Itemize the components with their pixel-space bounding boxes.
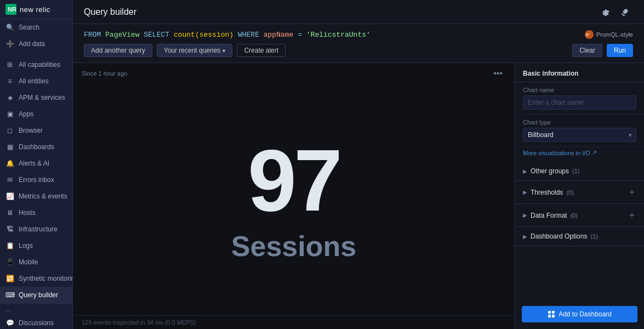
sidebar-item-query-builder[interactable]: ⌨ Query builder — [0, 287, 72, 303]
external-link-icon: ↗ — [592, 149, 597, 156]
section-label: Other groups — [531, 167, 569, 175]
promql-label: PromQL-style — [596, 31, 633, 38]
sidebar-item-all-entities[interactable]: ≡ All entities — [0, 73, 72, 89]
chevron-right-icon: ▶ — [523, 189, 527, 195]
panel-section-thresholds: ▶ Thresholds (0) ＋ — [515, 181, 644, 204]
sidebar-item-mobile[interactable]: 📱 Mobile — [0, 254, 72, 270]
recent-label: Your recent queries — [164, 47, 221, 54]
add-data-format-button[interactable]: ＋ — [628, 209, 636, 221]
add-another-query-button[interactable]: Add another query — [84, 44, 152, 57]
search-icon: 🔍 — [5, 23, 14, 32]
section-label: Data Format — [531, 212, 567, 219]
sidebar-item-all-capabilities[interactable]: ⊞ All capabilities — [0, 56, 72, 73]
panel-section-dashboard-options: ▶ Dashboard Options (1) — [515, 227, 644, 246]
sidebar-item-metrics[interactable]: 📈 Metrics & events — [0, 188, 72, 205]
sidebar-item-infrastructure[interactable]: 🏗 Infrastructure — [0, 221, 72, 237]
section-header-right: ＋ — [628, 209, 636, 221]
sidebar-item-errors-inbox[interactable]: ✉ Errors inbox — [0, 172, 72, 188]
sidebar-item-alerts[interactable]: 🔔 Alerts & AI — [0, 155, 72, 172]
svg-text:NR: NR — [8, 6, 16, 13]
query-display[interactable]: FROM PageView SELECT count(session) WHER… — [84, 31, 584, 39]
add-dashboard-label: Add to Dashboard — [558, 310, 612, 318]
chart-name-input[interactable] — [523, 95, 636, 110]
panel-section-other-groups-header[interactable]: ▶ Other groups (1) — [515, 162, 644, 180]
sidebar-item-label: All entities — [19, 77, 49, 85]
panel-section-dashboard-options-header[interactable]: ▶ Dashboard Options (1) — [515, 227, 644, 246]
sidebar-item-label: Alerts & AI — [19, 160, 49, 167]
metrics-icon: 📈 — [5, 192, 14, 201]
sidebar-item-search[interactable]: 🔍 Search — [0, 19, 72, 36]
svg-rect-4 — [548, 311, 551, 314]
sidebar-item-dashboards[interactable]: ▦ Dashboards — [0, 139, 72, 155]
chevron-right-icon: ▶ — [523, 168, 527, 174]
chart-type-select-wrapper: Billboard — [523, 128, 636, 142]
chart-label: Sessions — [231, 230, 356, 263]
chart-area: Since 1 hour ago ••• 97 Sessions 129 eve… — [73, 63, 515, 329]
chevron-right-icon: ▶ — [523, 234, 527, 240]
more-visualizations-link[interactable]: More visualizations in I/O ↗ — [515, 147, 644, 158]
sidebar-item-label: APM & services — [19, 94, 65, 101]
create-alert-button[interactable]: Create alert — [237, 44, 286, 57]
run-label: Run — [614, 47, 626, 54]
sidebar-item-hosts[interactable]: 🖥 Hosts — [0, 205, 72, 221]
recent-queries-button[interactable]: Your recent queries ▾ — [157, 44, 233, 57]
add-threshold-button[interactable]: ＋ — [628, 186, 636, 198]
sidebar-item-label: Metrics & events — [19, 192, 67, 200]
logs-icon: 📋 — [5, 241, 14, 250]
sidebar-item-browser[interactable]: ◻ Browser — [0, 122, 72, 139]
sidebar-item-add-data[interactable]: ➕ Add data — [0, 36, 72, 52]
panel-section-thresholds-header[interactable]: ▶ Thresholds (0) ＋ — [515, 181, 644, 203]
from-keyword: FROM — [84, 31, 101, 39]
sidebar-item-label: All capabilities — [19, 61, 60, 69]
chart-name-field: Chart name — [515, 82, 644, 115]
browser-icon: ◻ — [5, 126, 14, 135]
main-content: Query builder FROM PageView SELECT — [73, 0, 644, 329]
panel-section-data-format-header[interactable]: ▶ Data Format (0) ＋ — [515, 204, 644, 226]
settings-icon — [601, 8, 610, 16]
settings-button[interactable] — [598, 4, 613, 20]
chart-menu-button[interactable]: ••• — [490, 67, 506, 80]
section-header-left: ▶ Thresholds (0) — [523, 189, 574, 196]
sidebar-item-label: Mobile — [19, 258, 38, 266]
sidebar-item-label: Search — [19, 24, 39, 31]
query-val: 'RelicstraUnts' — [306, 31, 371, 39]
promql-icon: P — [584, 30, 594, 39]
page-header: Query builder — [73, 0, 644, 24]
chart-footer: 129 events inspected in 34 ms (0.0 MEPS) — [73, 315, 515, 329]
header-actions — [598, 4, 633, 20]
hosts-icon: 🖥 — [5, 208, 14, 217]
entities-icon: ≡ — [5, 77, 14, 86]
sidebar-item-apm[interactable]: ◈ APM & services — [0, 89, 72, 106]
sidebar-item-synthetic[interactable]: 🔁 Synthetic monitoring — [0, 270, 72, 287]
sidebar-item-discussions[interactable]: 💬 Discussions — [0, 315, 72, 329]
logo-text: new relic — [20, 5, 50, 14]
logo-icon: NR — [5, 4, 16, 15]
alerts-icon: 🔔 — [5, 159, 14, 168]
capabilities-icon: ⊞ — [5, 60, 14, 69]
section-count: (1) — [572, 168, 579, 174]
sidebar-item-label: Synthetic monitoring — [19, 275, 78, 282]
create-alert-label: Create alert — [244, 47, 278, 54]
right-panel-title: Basic information — [515, 63, 644, 82]
clear-button[interactable]: Clear — [572, 44, 602, 57]
query-text-row: FROM PageView SELECT count(session) WHER… — [84, 30, 633, 39]
chart-display: 97 Sessions — [73, 84, 515, 315]
section-count: (0) — [571, 212, 578, 219]
sidebar-item-apps[interactable]: ▣ Apps — [0, 106, 72, 122]
more-button[interactable]: ... — [0, 304, 16, 315]
sidebar-item-logs[interactable]: 📋 Logs — [0, 237, 72, 254]
add-to-dashboard-button[interactable]: Add to Dashboard — [522, 306, 637, 322]
svg-rect-6 — [548, 315, 551, 317]
query-bar: FROM PageView SELECT count(session) WHER… — [73, 24, 644, 63]
where-keyword: WHERE — [238, 31, 259, 39]
add-another-label: Add another query — [91, 47, 145, 54]
sidebar-item-label: Add data — [19, 40, 45, 48]
section-header-left: ▶ Other groups (1) — [523, 167, 580, 175]
run-button[interactable]: Run — [607, 44, 633, 57]
clear-label: Clear — [579, 47, 595, 54]
chart-type-select[interactable]: Billboard — [523, 128, 636, 142]
sidebar-item-label: Logs — [19, 242, 33, 249]
select-keyword: SELECT — [144, 31, 169, 39]
section-header-right: ＋ — [628, 186, 636, 198]
link-button[interactable] — [618, 4, 633, 20]
